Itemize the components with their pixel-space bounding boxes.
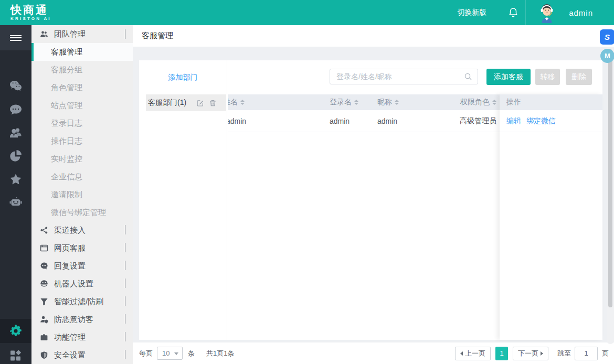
filter-funnel-icon (40, 297, 48, 306)
pagination-summary: 共1页1条 (206, 349, 234, 358)
sidebar-item-team-management[interactable]: 团队管理 (31, 25, 133, 43)
current-page-button[interactable]: 1 (495, 347, 508, 360)
page-title: 客服管理 (142, 31, 173, 41)
department-item[interactable]: 客服部门(1) (146, 94, 226, 111)
briefcase-icon (40, 333, 48, 341)
table-header-row: 姓名 登录名 昵称 权限角色 (228, 94, 500, 110)
column-header-name[interactable]: 姓名 (228, 98, 330, 107)
edit-department-icon[interactable] (196, 99, 204, 107)
sidebar-menu: 团队管理 客服管理 客服分组 角色管理 站点管理 登录日志 操作日志 实时监控 … (31, 25, 133, 364)
jump-to-label: 跳至 (557, 349, 571, 358)
chevron-right-icon (125, 350, 125, 360)
sort-icon[interactable] (354, 100, 358, 105)
sort-icon[interactable] (395, 100, 399, 105)
hamburger-icon (10, 34, 22, 42)
switch-version-link[interactable]: 切换新版 (457, 8, 486, 17)
page-scrollbar-track[interactable] (607, 47, 614, 344)
sidebar-item-robot-settings[interactable]: 机器人设置 (31, 275, 133, 293)
sidebar-item-label: 安全设置 (54, 350, 86, 360)
sidebar-item-invite-limit[interactable]: 邀请限制 (31, 186, 133, 204)
department-name: 客服部门(1) (148, 98, 186, 108)
search-icon[interactable] (464, 72, 472, 81)
user-avatar[interactable] (537, 2, 556, 23)
chevron-right-icon (125, 333, 125, 342)
search-input[interactable] (330, 72, 464, 81)
sidebar-item-site-management[interactable]: 站点管理 (31, 97, 133, 114)
column-header-role[interactable]: 权限角色 (456, 98, 500, 107)
table-row: admin admin admin 高级管理员 (228, 110, 500, 132)
statistics-pie-icon[interactable] (9, 149, 23, 163)
jump-page-input[interactable] (575, 347, 598, 360)
browser-window-icon (40, 244, 48, 252)
sidebar-item-login-logs[interactable]: 登录日志 (31, 114, 133, 132)
shield-icon (40, 351, 48, 359)
wechat-channels-icon[interactable] (9, 79, 23, 93)
sidebar-item-label: 功能管理 (54, 333, 86, 342)
page-scrollbar-thumb[interactable] (608, 49, 612, 307)
pagination-left: 每页 10 条 共1页1条 (139, 347, 234, 360)
sidebar-item-channel-access[interactable]: 渠道接入 (31, 221, 133, 239)
brand-logo-cn: 快商通 (10, 4, 51, 15)
sidebar-item-label: 机器人设置 (54, 279, 93, 289)
agents-table: 姓名 登录名 昵称 权限角色 admin admin (228, 94, 500, 340)
floating-brand-badge[interactable]: S (600, 29, 614, 45)
sidebar-item-function-management[interactable]: 功能管理 (31, 328, 133, 346)
sidebar-item-agent-groups[interactable]: 客服分组 (31, 61, 133, 79)
robot-icon[interactable] (9, 196, 23, 209)
transfer-button[interactable]: 转移 (535, 69, 560, 85)
next-page-button[interactable]: 下一页 (513, 347, 548, 360)
favorites-star-icon[interactable] (9, 173, 23, 186)
sidebar-item-web-chat[interactable]: 网页客服 (31, 239, 133, 257)
bind-wechat-link[interactable]: 绑定微信 (526, 116, 556, 126)
column-header-login[interactable]: 登录名 (330, 98, 377, 107)
sort-icon[interactable] (240, 100, 245, 105)
sidebar-item-label: 回复设置 (54, 261, 86, 271)
sidebar-item-security-settings[interactable]: 安全设置 (31, 346, 133, 364)
sidebar-item-anti-malicious-visitor[interactable]: 防恶意访客 (31, 311, 133, 328)
column-header-nickname[interactable]: 昵称 (377, 98, 456, 107)
sort-icon[interactable] (492, 100, 496, 105)
department-panel: 添加部门 客服部门(1) (139, 60, 227, 340)
cell-login: admin (330, 117, 377, 125)
per-page-select[interactable]: 10 (157, 347, 183, 360)
add-department-link[interactable]: 添加部门 (139, 73, 227, 82)
brand-logo-en: KRISTON AI (10, 17, 51, 21)
sidebar-item-wechat-binding[interactable]: 微信号绑定管理 (31, 204, 133, 221)
sidebar-item-operation-logs[interactable]: 操作日志 (31, 132, 133, 150)
sidebar-item-reply-settings[interactable]: 回复设置 (31, 257, 133, 275)
sidebar-item-label: 团队管理 (54, 29, 86, 39)
cell-role: 高级管理员 (456, 116, 500, 126)
topbar-divider (525, 0, 526, 25)
brand-logo[interactable]: 快商通 KRISTON AI (10, 4, 51, 21)
robot-head-icon (40, 280, 48, 288)
sidebar-item-role-management[interactable]: 角色管理 (31, 79, 133, 97)
cell-nickname: admin (377, 117, 456, 125)
sidebar-item-label: 网页客服 (54, 243, 86, 253)
team-icon[interactable] (9, 126, 23, 140)
conversations-icon[interactable] (9, 103, 23, 116)
page-unit-label: 页 (602, 349, 609, 358)
floating-m-badge[interactable]: M (600, 49, 614, 63)
sidebar-item-realtime-monitor[interactable]: 实时监控 (31, 150, 133, 168)
cell-name: admin (228, 117, 330, 125)
chevron-right-icon (125, 297, 125, 306)
delete-button[interactable]: 删除 (566, 69, 592, 85)
pagination-bar: 每页 10 条 共1页1条 上一页 1 下一页 跳至 页 (133, 342, 614, 364)
apps-grid-icon[interactable] (9, 349, 23, 362)
menu-collapse-button[interactable] (0, 25, 31, 50)
chevron-right-icon (125, 243, 125, 253)
sidebar-item-company-info[interactable]: 企业信息 (31, 168, 133, 186)
settings-gear-icon[interactable] (9, 324, 23, 338)
sidebar-item-agent-management[interactable]: 客服管理 (31, 43, 133, 61)
sidebar-item-smart-filter[interactable]: 智能过滤/防刷 (31, 293, 133, 311)
username-label[interactable]: admin (569, 8, 593, 17)
notification-bell-icon[interactable] (507, 6, 519, 19)
delete-department-icon[interactable] (209, 99, 217, 107)
prev-page-button[interactable]: 上一页 (455, 347, 491, 360)
operations-cell: 编辑 绑定微信 (500, 110, 602, 132)
search-box (330, 69, 478, 84)
add-agent-button[interactable]: 添加客服 (486, 69, 531, 85)
reply-bubble-icon (40, 262, 48, 270)
edit-agent-link[interactable]: 编辑 (506, 116, 521, 126)
prev-triangle-icon (460, 351, 463, 356)
